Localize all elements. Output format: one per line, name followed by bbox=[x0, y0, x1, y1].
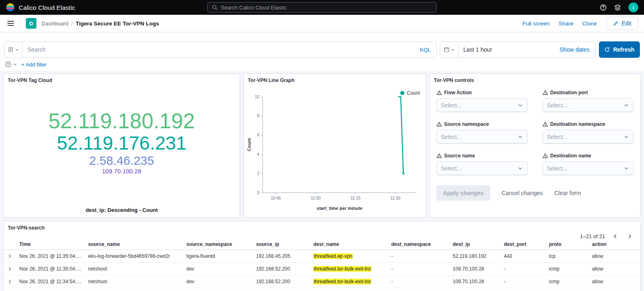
edit-button[interactable]: Edit bbox=[606, 17, 638, 30]
time-range-value[interactable]: Last 1 hour bbox=[458, 46, 560, 53]
select-placeholder: Select... bbox=[441, 165, 462, 172]
column-header-source_namespace[interactable]: source_namespace bbox=[183, 239, 253, 250]
warning-icon bbox=[542, 121, 548, 127]
nav-link-share[interactable]: Share bbox=[559, 20, 574, 27]
control-select-destination-name[interactable]: Select... bbox=[542, 161, 634, 175]
svg-text:10:45: 10:45 bbox=[271, 196, 281, 200]
cell-source_namespace: dev bbox=[183, 275, 253, 288]
query-input[interactable]: Search bbox=[23, 46, 414, 53]
calendar-icon bbox=[444, 47, 449, 52]
breadcrumb-dashboard[interactable]: Dashboard bbox=[41, 20, 68, 27]
control-select-source-namespace[interactable]: Select... bbox=[436, 130, 528, 144]
time-picker-group: Last 1 hour Show dates bbox=[440, 41, 596, 58]
nav-right: Full screenShareClone Edit bbox=[523, 17, 638, 30]
select-placeholder: Select... bbox=[441, 134, 462, 140]
cell-source_ip: 192.168.45.205 bbox=[253, 250, 310, 263]
column-header-source_name[interactable]: source_name bbox=[85, 239, 183, 250]
chevron-down-icon bbox=[15, 48, 19, 52]
filter-options-button[interactable] bbox=[5, 61, 17, 68]
show-dates-link[interactable]: Show dates bbox=[560, 46, 595, 53]
next-page-button[interactable] bbox=[625, 231, 635, 241]
cancel-changes-button[interactable]: Cancel changes bbox=[502, 190, 543, 196]
prev-page-button[interactable] bbox=[610, 231, 620, 241]
tag-cloud-term[interactable]: 2.58.46.235 bbox=[89, 154, 154, 167]
dashboard-badge: D bbox=[26, 18, 36, 29]
results-body: Nov 26, 2021 @ 11:35:04.000eks-log-forwa… bbox=[4, 250, 640, 288]
saved-query-menu-button[interactable] bbox=[5, 42, 23, 57]
kql-language-button[interactable]: KQL bbox=[414, 47, 436, 53]
app-logo[interactable] bbox=[6, 3, 15, 12]
apply-changes-button[interactable]: Apply changes bbox=[436, 185, 490, 201]
column-header-dest_ip[interactable]: dest_ip bbox=[449, 239, 501, 250]
table-row: Nov 26, 2021 @ 11:35:04.000netshootdev19… bbox=[4, 263, 640, 275]
results-table: Timesource_namesource_namespacesource_ip… bbox=[4, 239, 640, 288]
global-search-input[interactable]: Search Calico Cloud Elastic bbox=[207, 2, 437, 13]
cell-proto: icmp bbox=[546, 275, 589, 288]
chevron-down-icon bbox=[517, 166, 523, 171]
menu-icon[interactable] bbox=[6, 19, 16, 28]
cell-Time: Nov 26, 2021 @ 11:35:04.000 bbox=[16, 263, 85, 275]
svg-text:6: 6 bbox=[257, 133, 259, 137]
chevron-down-icon bbox=[517, 102, 523, 108]
warning-icon bbox=[542, 90, 548, 95]
control-flow-action: Flow ActionSelect... bbox=[436, 90, 528, 112]
select-placeholder: Select... bbox=[547, 165, 568, 172]
tag-cloud: 52.119.180.19252.119.176.2312.58.46.2351… bbox=[4, 89, 240, 196]
column-header-dest_namespace[interactable]: dest_namespace bbox=[388, 239, 449, 250]
refresh-icon bbox=[604, 47, 610, 52]
cell-source_ip: 192.168.52.200 bbox=[253, 263, 310, 275]
refresh-button[interactable]: Refresh bbox=[599, 41, 640, 58]
tag-cloud-term[interactable]: 52.119.180.192 bbox=[48, 110, 195, 132]
cell-proto: tcp bbox=[546, 250, 589, 263]
cell-Time: Nov 26, 2021 @ 11:35:04.000 bbox=[16, 250, 85, 263]
cell-Time: Nov 26, 2021 @ 11:34:54.000 bbox=[16, 275, 85, 288]
control-destination-port: Destination portSelect... bbox=[542, 90, 634, 112]
query-bar: Search KQL Last 1 hour Show dates bbox=[0, 41, 644, 58]
panel-title: Tor-VPN Line Graph bbox=[244, 74, 426, 85]
control-select-source-name[interactable]: Select... bbox=[436, 161, 528, 175]
user-avatar[interactable]: t bbox=[628, 2, 638, 12]
tag-cloud-term[interactable]: 109.70.100.28 bbox=[102, 168, 141, 175]
add-filter-link[interactable]: + Add filter bbox=[21, 61, 47, 68]
help-icon[interactable] bbox=[600, 4, 607, 11]
tag-cloud-caption: dest_ip: Descending - Count bbox=[4, 207, 240, 213]
chevron-down-icon bbox=[517, 134, 523, 140]
control-label: Destination name bbox=[550, 153, 591, 159]
expand-row-icon bbox=[7, 266, 12, 271]
panel-title: Tor-VPN-search bbox=[4, 221, 640, 232]
chevron-down-icon bbox=[13, 62, 17, 66]
cell-proto: icmp bbox=[546, 263, 589, 275]
svg-text:8: 8 bbox=[257, 114, 259, 118]
breadcrumb-separator: / bbox=[71, 20, 73, 27]
search-icon bbox=[212, 5, 218, 10]
nav-link-clone[interactable]: Clone bbox=[583, 20, 597, 27]
row-expand-button[interactable] bbox=[4, 263, 16, 275]
column-header-Time[interactable]: Time bbox=[16, 239, 85, 250]
time-picker-menu-button[interactable] bbox=[440, 42, 458, 57]
svg-text:11:15: 11:15 bbox=[351, 196, 361, 200]
refresh-button-label: Refresh bbox=[613, 46, 634, 53]
column-header-source_ip[interactable]: source_ip bbox=[253, 239, 310, 250]
control-label: Destination port bbox=[550, 90, 588, 95]
cell-source_namespace: dev bbox=[183, 263, 253, 275]
control-label: Flow Action bbox=[444, 90, 472, 95]
row-expand-button[interactable] bbox=[4, 275, 16, 288]
cell-dest_port: 443 bbox=[501, 250, 546, 263]
cell-dest_namespace: - bbox=[388, 263, 449, 275]
column-header-dest_port[interactable]: dest_port bbox=[501, 239, 546, 250]
tag-cloud-term[interactable]: 52.119.176.231 bbox=[57, 133, 186, 153]
row-expand-button[interactable] bbox=[4, 250, 16, 263]
cell-dest_port: - bbox=[501, 275, 546, 288]
nav-link-full-screen[interactable]: Full screen bbox=[523, 20, 550, 27]
pagination: 1–21 of 21 bbox=[580, 231, 635, 241]
warning-icon bbox=[436, 121, 442, 127]
column-header-dest_name[interactable]: dest_name bbox=[310, 239, 388, 250]
control-select-destination-namespace[interactable]: Select... bbox=[542, 130, 634, 144]
pencil-icon bbox=[613, 20, 619, 26]
control-label: Source namespace bbox=[444, 121, 489, 127]
control-select-flow-action[interactable]: Select... bbox=[436, 98, 528, 112]
clear-form-button[interactable]: Clear form bbox=[554, 190, 581, 196]
deployments-icon[interactable] bbox=[614, 4, 621, 11]
line-chart-svg: 024681010:4511:0011:1511:30start_time pe… bbox=[246, 91, 422, 214]
control-select-destination-port[interactable]: Select... bbox=[542, 98, 634, 112]
